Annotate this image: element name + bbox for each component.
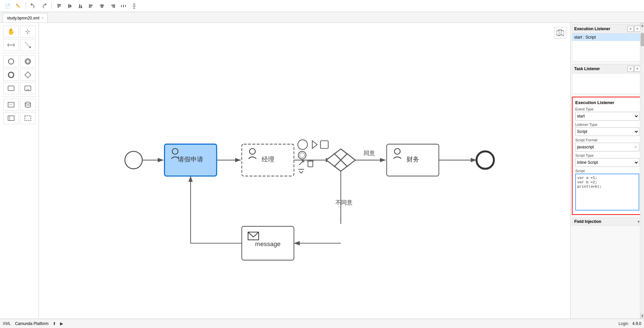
listener-type-label: Listener Type: [575, 123, 639, 127]
script-format-input-container: ×: [575, 143, 639, 151]
lasso-tool[interactable]: ⊹: [20, 26, 36, 38]
execution-listener-empty-area: [572, 41, 642, 61]
gateway-node[interactable]: [326, 149, 355, 171]
right-panel: Properties Panel Execution Listener × + …: [570, 23, 644, 319]
play-icon: ▶: [60, 321, 63, 326]
start-event-tool[interactable]: [3, 55, 19, 67]
execution-listener-close-btn[interactable]: ×: [628, 26, 634, 32]
scroll-thumb[interactable]: [641, 33, 644, 46]
svg-rect-54: [321, 141, 328, 148]
tabbar: study.bpmn20.xml ×: [0, 12, 644, 23]
end-event-node[interactable]: [477, 151, 494, 169]
listener-type-select[interactable]: Script Class Expression Delegate Express…: [575, 127, 639, 136]
redo-btn[interactable]: [39, 1, 49, 11]
execution-listener-add-btn[interactable]: +: [634, 26, 640, 32]
execution-listener-list-section: Execution Listener × + start : Script: [572, 24, 643, 61]
hand-tool[interactable]: ✋: [3, 26, 19, 38]
svg-rect-6: [79, 4, 80, 7]
script-textarea[interactable]: var a =1; var b =2; print(a+b);: [575, 174, 639, 210]
end-event-tool[interactable]: [3, 69, 19, 81]
svg-marker-30: [25, 72, 31, 78]
task2-node[interactable]: 经理: [242, 144, 294, 176]
execution-listener-actions: × +: [628, 26, 640, 32]
start-event-node[interactable]: [125, 151, 142, 169]
event-type-label: Event Type: [575, 107, 639, 111]
undo-btn[interactable]: [29, 1, 38, 11]
upload-icon: ⬆: [53, 321, 56, 326]
align-left-btn[interactable]: [87, 1, 96, 11]
gateway-tool[interactable]: [20, 69, 36, 81]
svg-rect-22: [133, 6, 136, 6]
svg-point-26: [8, 59, 14, 64]
tab-name: study.bpmn20.xml: [7, 16, 40, 20]
xml-btn[interactable]: XML: [3, 321, 11, 326]
version-label: 4.9.0: [632, 321, 641, 326]
align-right-btn[interactable]: [108, 1, 117, 11]
svg-point-43: [125, 151, 142, 169]
event-type-select[interactable]: start end take: [575, 112, 639, 121]
listener-type-field: Listener Type Script Class Expression De…: [575, 123, 639, 136]
edit-menu-btn[interactable]: ✏️: [13, 1, 23, 11]
align-top-btn[interactable]: [54, 1, 64, 11]
group-tool[interactable]: [20, 112, 36, 124]
svg-rect-31: [8, 86, 14, 91]
svg-point-55: [298, 151, 306, 159]
task-listener-empty-area: [572, 74, 642, 94]
connect-tool[interactable]: [20, 39, 36, 51]
execution-listener-header: Execution Listener × +: [572, 25, 642, 34]
bottombar: XML Camunda Platform ⬆ ▶ Login 4.9.0: [0, 319, 644, 328]
event-type-field: Event Type start end take: [575, 107, 639, 121]
file-menu-btn[interactable]: 📄: [3, 1, 12, 11]
task1-node[interactable]: 请假申请: [164, 144, 217, 176]
distribute-h-btn[interactable]: [119, 1, 128, 11]
script-field: Script var a =1; var b =2; print(a+b);: [575, 169, 639, 212]
task4-node[interactable]: message: [242, 226, 294, 260]
svg-rect-10: [90, 6, 92, 7]
task-listener-add-btn[interactable]: +: [634, 66, 640, 72]
script-format-input[interactable]: [576, 143, 632, 151]
task3-node[interactable]: 财务: [387, 144, 439, 176]
play-btn[interactable]: ▶: [60, 321, 63, 326]
palette-row-1: ✋ ⊹: [3, 26, 36, 38]
file-tab[interactable]: study.bpmn20.xml ×: [3, 13, 48, 22]
space-tool[interactable]: [3, 39, 19, 51]
bpmn-canvas[interactable]: 请假申请 经理: [39, 23, 570, 319]
palette-sep-2: [1, 96, 37, 97]
svg-marker-80: [556, 30, 564, 36]
palette-row-4: [3, 69, 36, 81]
task-listener-header: Task Listener × +: [572, 64, 642, 74]
upload-btn[interactable]: ⬆: [53, 321, 56, 326]
svg-text:同意: 同意: [364, 150, 375, 156]
script-type-select[interactable]: Inline Script External Resource: [575, 158, 639, 167]
script-format-clear-btn[interactable]: ×: [632, 143, 639, 151]
context-toolbar[interactable]: [298, 140, 328, 173]
svg-rect-20: [125, 5, 126, 7]
task-tool[interactable]: [3, 82, 19, 94]
annotation-tool[interactable]: [3, 99, 19, 111]
tab-close-icon[interactable]: ×: [42, 16, 44, 20]
svg-point-29: [8, 72, 14, 78]
intermediate-event-tool[interactable]: [20, 55, 36, 67]
scroll-down-arrow[interactable]: ▼: [640, 313, 644, 319]
align-bottom-btn[interactable]: [76, 1, 85, 11]
svg-point-37: [25, 102, 31, 104]
right-panel-scrollbar[interactable]: ▲ ▼: [640, 23, 644, 319]
svg-rect-15: [111, 5, 114, 6]
map-icon[interactable]: [554, 27, 566, 39]
align-center-btn[interactable]: [97, 1, 107, 11]
svg-rect-7: [81, 5, 82, 7]
data-store-tool[interactable]: [20, 99, 36, 111]
field-injection-section[interactable]: Field Injection ▼: [572, 218, 643, 226]
platform-label: Camunda Platform: [15, 321, 49, 326]
align-middle-btn[interactable]: [65, 1, 74, 11]
login-btn[interactable]: Login: [619, 321, 628, 326]
scroll-up-arrow[interactable]: ▲: [640, 23, 644, 28]
execution-listener-detail-title: Execution Listener: [575, 100, 639, 105]
subprocess-tool[interactable]: [20, 82, 36, 94]
svg-point-71: [477, 151, 494, 169]
execution-listener-item-0[interactable]: start : Script: [572, 34, 642, 41]
pool-tool[interactable]: [3, 112, 19, 124]
svg-rect-16: [112, 6, 114, 7]
task-listener-close-btn[interactable]: ×: [628, 66, 634, 72]
distribute-v-btn[interactable]: [129, 1, 139, 11]
